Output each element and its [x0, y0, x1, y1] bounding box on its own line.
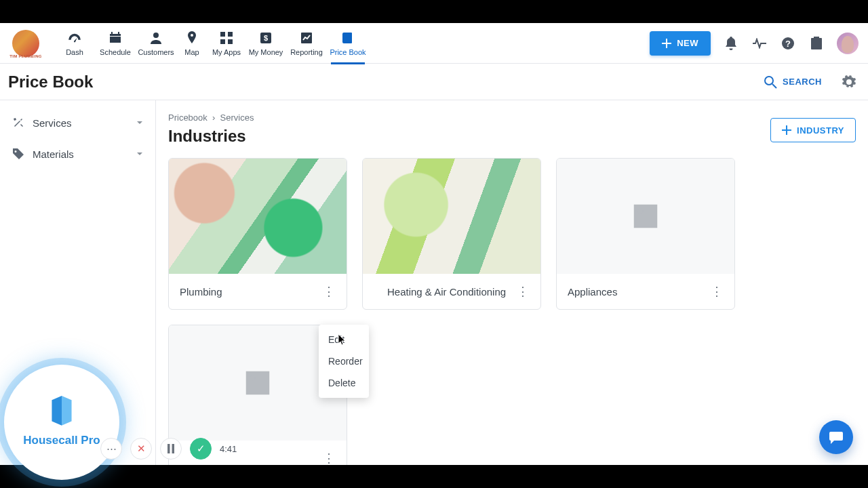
card-menu-button[interactable]: ⋮ [513, 282, 532, 301]
gauge-icon [67, 30, 82, 45]
tasks-button[interactable] [808, 35, 825, 52]
svg-point-12 [765, 77, 773, 85]
recorder-control-bar: ⋯ ✕ ✓ 4:41 [100, 438, 237, 460]
svg-rect-1 [118, 32, 119, 35]
plus-icon [662, 39, 671, 48]
nav-price-book[interactable]: Price Book [327, 30, 369, 56]
search-label: SEARCH [783, 77, 822, 87]
svg-rect-5 [220, 39, 225, 44]
svg-rect-17 [172, 444, 175, 453]
menu-item-reorder[interactable]: Reorder [319, 350, 369, 372]
recorder-pause-button[interactable] [160, 438, 182, 460]
recorder-cancel-button[interactable]: ✕ [130, 438, 152, 460]
bell-icon [725, 37, 737, 50]
search-button[interactable]: SEARCH [764, 75, 822, 89]
money-icon: $ [260, 30, 272, 45]
card-image [169, 159, 347, 274]
pause-icon [167, 444, 175, 453]
nav-label: My Money [249, 48, 283, 56]
search-icon [764, 75, 777, 89]
sidebar-item-services[interactable]: Services [0, 107, 155, 138]
apps-grid-icon [220, 30, 233, 45]
svg-rect-3 [220, 32, 225, 37]
add-industry-label: INDUSTRY [797, 125, 844, 136]
chevron-down-icon [135, 149, 144, 159]
recorder-finish-button[interactable]: ✓ [190, 438, 212, 460]
nav-label: Price Book [330, 48, 366, 56]
sidebar-item-label: Services [33, 117, 72, 129]
nav-label: Schedule [100, 48, 131, 56]
sidebar-item-label: Materials [33, 148, 74, 160]
svg-point-2 [153, 33, 159, 38]
nav-label: Dash [66, 48, 83, 56]
pin-icon [186, 30, 197, 45]
card-menu-button[interactable]: ⋮ [707, 282, 726, 301]
nav-schedule[interactable]: Schedule [95, 30, 136, 56]
content-area: Pricebook › Services Industries INDUSTRY… [156, 100, 868, 465]
chat-fab[interactable] [819, 420, 853, 454]
nav-label: Customers [138, 48, 174, 56]
nav-dash[interactable]: Dash [54, 30, 95, 56]
breadcrumb: Pricebook › Services [168, 113, 856, 123]
nav-customers[interactable]: Customers [136, 30, 176, 56]
housecall-pro-badge-text: Housecall Pro [23, 434, 100, 447]
industry-grid: Plumbing ⋮ Heating & Air Conditioning ⋮ [168, 158, 856, 465]
housecall-pro-logo-icon [47, 394, 76, 430]
svg-rect-16 [167, 444, 170, 453]
add-industry-button[interactable]: INDUSTRY [770, 118, 856, 142]
page-title: Price Book [8, 73, 93, 92]
top-navigation: Dash Schedule Customers Map [0, 23, 868, 64]
chevron-down-icon [135, 118, 144, 127]
nav-my-money[interactable]: $ My Money [245, 30, 286, 56]
nav-reporting[interactable]: Reporting [286, 30, 327, 56]
help-icon: ? [781, 37, 795, 50]
tools-icon [11, 117, 26, 129]
svg-point-14 [638, 209, 644, 214]
card-title: Appliances [568, 286, 707, 298]
card-menu-button[interactable]: ⋮ [319, 282, 338, 301]
new-button[interactable]: NEW [650, 31, 711, 56]
industry-card-appliances[interactable]: Appliances ⋮ [556, 158, 735, 310]
svg-line-13 [772, 84, 776, 88]
nav-map[interactable]: Map [176, 30, 208, 56]
industry-card-hvac[interactable]: Heating & Air Conditioning ⋮ [362, 158, 541, 310]
svg-rect-6 [228, 39, 233, 44]
gear-icon [842, 75, 856, 89]
menu-item-edit[interactable]: Edit [319, 329, 369, 350]
primary-nav: Dash Schedule Customers Map [54, 30, 369, 56]
svg-rect-4 [228, 32, 233, 37]
notifications-button[interactable] [723, 35, 739, 52]
recorder-time: 4:41 [220, 444, 237, 454]
activity-button[interactable] [751, 35, 768, 52]
clipboard-check-icon [810, 37, 823, 50]
sidebar-item-materials[interactable]: Materials [0, 138, 155, 169]
plus-icon [782, 125, 791, 135]
nav-label: Reporting [290, 48, 323, 56]
card-context-menu: Edit Reorder Delete [319, 325, 369, 398]
svg-text:?: ? [785, 39, 791, 49]
section-heading: Industries [168, 127, 246, 146]
card-menu-button[interactable]: ⋮ [319, 449, 338, 465]
nav-my-apps[interactable]: My Apps [208, 30, 245, 56]
nav-label: My Apps [212, 48, 241, 56]
breadcrumb-link-pricebook[interactable]: Pricebook [168, 113, 208, 123]
topbar-actions: NEW ? [650, 31, 859, 56]
recorder-more-button[interactable]: ⋯ [100, 438, 122, 460]
user-avatar[interactable] [837, 33, 859, 54]
new-button-label: NEW [677, 38, 698, 48]
brand-logo[interactable] [12, 30, 39, 57]
menu-item-delete[interactable]: Delete [319, 372, 369, 394]
industry-card-plumbing[interactable]: Plumbing ⋮ [168, 158, 347, 310]
card-image-placeholder [557, 159, 734, 274]
help-button[interactable]: ? [780, 35, 796, 52]
card-title: Heating & Air Conditioning [374, 286, 513, 298]
settings-button[interactable] [842, 75, 856, 89]
breadcrumb-link-services[interactable]: Services [220, 113, 254, 123]
page-header: Price Book SEARCH [0, 64, 868, 100]
calendar-icon [108, 30, 122, 45]
person-icon [150, 30, 162, 45]
svg-point-15 [250, 375, 256, 381]
card-image [363, 159, 540, 274]
svg-rect-0 [111, 32, 113, 35]
card-title: Plumbing [180, 286, 319, 298]
